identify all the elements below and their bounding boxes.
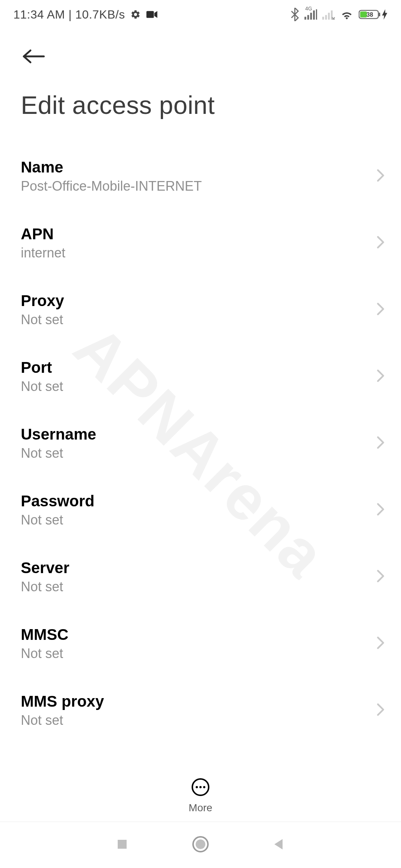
svg-point-16 xyxy=(203,786,205,788)
lightning-icon xyxy=(382,9,388,20)
row-title: Proxy xyxy=(21,292,379,310)
page-title: Edit access point xyxy=(21,91,215,119)
row-value: Not set xyxy=(21,713,379,728)
signal-4g-icon: 4G xyxy=(304,9,317,20)
svg-rect-8 xyxy=(328,13,330,20)
row-password[interactable]: Password Not set xyxy=(0,477,401,543)
row-title: Port xyxy=(21,359,379,377)
more-icon xyxy=(191,777,210,798)
row-value: Not set xyxy=(21,379,379,394)
video-icon xyxy=(146,9,158,20)
chevron-right-icon xyxy=(376,436,385,451)
row-value: Not set xyxy=(21,579,379,595)
row-proxy[interactable]: Proxy Not set xyxy=(0,276,401,343)
chevron-right-icon xyxy=(376,302,385,317)
nav-home-button[interactable] xyxy=(191,835,210,855)
row-value: internet xyxy=(21,245,379,261)
svg-rect-11 xyxy=(360,11,367,17)
chevron-right-icon xyxy=(376,703,385,718)
more-label: More xyxy=(189,802,212,814)
nav-back-button[interactable] xyxy=(271,837,286,853)
row-title: Password xyxy=(21,492,379,510)
nav-recent-button[interactable] xyxy=(115,837,130,853)
row-server[interactable]: Server Not set xyxy=(0,543,401,610)
row-value: Not set xyxy=(21,312,379,328)
row-value: Post-Office-Mobile-INTERNET xyxy=(21,178,379,194)
svg-rect-1 xyxy=(304,17,306,20)
status-bar: 11:34 AM | 10.7KB/s 4G xyxy=(0,0,401,29)
row-apn[interactable]: APN internet xyxy=(0,210,401,276)
svg-rect-0 xyxy=(146,11,154,18)
chevron-right-icon xyxy=(376,503,385,517)
row-title: MMS proxy xyxy=(21,693,379,710)
navigation-bar xyxy=(0,822,401,868)
back-button[interactable] xyxy=(21,49,47,65)
svg-rect-7 xyxy=(325,15,327,20)
row-title: APN xyxy=(21,225,379,243)
row-value: Not set xyxy=(21,512,379,528)
status-time-speed: 11:34 AM | 10.7KB/s xyxy=(13,8,125,22)
svg-point-19 xyxy=(196,839,205,849)
chevron-right-icon xyxy=(376,169,385,184)
row-mms-proxy[interactable]: MMS proxy Not set xyxy=(0,677,401,744)
svg-point-15 xyxy=(199,786,202,788)
row-value: Not set xyxy=(21,445,379,461)
battery-icon: 38 xyxy=(359,9,388,20)
svg-rect-3 xyxy=(310,13,312,20)
signal-nosim-icon xyxy=(322,9,335,20)
battery-text: 38 xyxy=(366,11,373,18)
bluetooth-icon xyxy=(290,8,299,21)
chevron-right-icon xyxy=(376,236,385,250)
svg-rect-5 xyxy=(316,9,317,20)
row-title: Name xyxy=(21,158,379,176)
row-port[interactable]: Port Not set xyxy=(0,343,401,410)
chevron-right-icon xyxy=(376,569,385,584)
row-mmsc[interactable]: MMSC Not set xyxy=(0,610,401,677)
svg-rect-2 xyxy=(307,15,309,20)
chevron-right-icon xyxy=(376,636,385,651)
svg-rect-17 xyxy=(118,840,127,849)
svg-rect-12 xyxy=(379,13,380,16)
chevron-right-icon xyxy=(376,369,385,384)
row-title: Server xyxy=(21,559,379,577)
row-name[interactable]: Name Post-Office-Mobile-INTERNET xyxy=(0,143,401,210)
svg-rect-6 xyxy=(322,17,324,20)
row-username[interactable]: Username Not set xyxy=(0,410,401,477)
row-title: MMSC xyxy=(21,626,379,644)
network-type-label: 4G xyxy=(305,6,312,11)
apn-settings-list: Name Post-Office-Mobile-INTERNET APN int… xyxy=(0,143,401,760)
row-title: Username xyxy=(21,425,379,443)
row-value: Not set xyxy=(21,646,379,661)
svg-point-14 xyxy=(196,786,198,788)
wifi-icon xyxy=(340,9,353,20)
gear-icon xyxy=(130,9,141,20)
more-button[interactable]: More xyxy=(0,770,401,822)
svg-rect-4 xyxy=(313,10,315,20)
